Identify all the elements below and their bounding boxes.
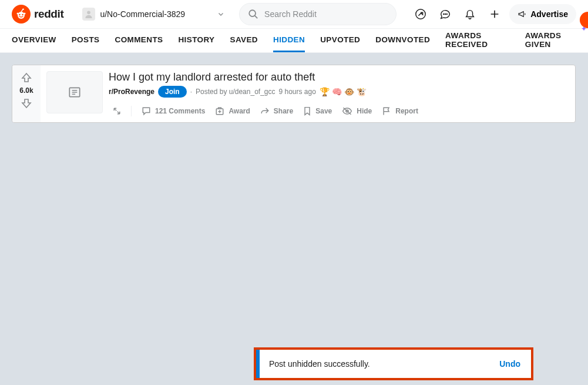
- notifications-icon[interactable]: [460, 4, 480, 24]
- post-card[interactable]: 6.0k How I got my landlord arrested for …: [12, 65, 576, 123]
- top-header: reddit u/No-Commercial-3829: [0, 0, 588, 29]
- svg-point-10: [445, 14, 446, 14]
- svg-point-1: [19, 14, 20, 15]
- tab-awards-given[interactable]: AWARDS GIVEN: [525, 29, 576, 52]
- chevron-down-icon: [217, 10, 225, 18]
- svg-point-5: [22, 9, 24, 11]
- tab-saved[interactable]: SAVED: [230, 29, 258, 52]
- post-time: 9 hours ago: [278, 88, 315, 96]
- award-button[interactable]: Award: [211, 103, 253, 119]
- tab-awards-received[interactable]: AWARDS RECEIVED: [445, 29, 510, 52]
- hide-button[interactable]: Hide: [338, 103, 375, 119]
- brand-text: reddit: [34, 8, 63, 21]
- author-link[interactable]: u/dean_of_gcc: [229, 88, 275, 96]
- reddit-logo[interactable]: reddit: [12, 5, 63, 24]
- post-title[interactable]: How I got my landlord arrested for auto …: [109, 71, 569, 83]
- svg-point-11: [446, 14, 447, 14]
- search-bar[interactable]: [239, 3, 397, 25]
- tab-upvoted[interactable]: UPVOTED: [320, 29, 360, 52]
- share-button[interactable]: Share: [256, 103, 297, 119]
- search-input[interactable]: [264, 9, 388, 19]
- posted-by: Posted by u/dean_of_gcc: [196, 88, 275, 96]
- username-text: u/No-Commercial-3829: [100, 9, 185, 19]
- tab-history[interactable]: HISTORY: [178, 29, 214, 52]
- tab-overview[interactable]: OVERVIEW: [12, 29, 56, 52]
- sparkle-icon: ✦: [581, 25, 587, 33]
- expand-icon[interactable]: [109, 104, 125, 118]
- post-body: How I got my landlord arrested for auto …: [109, 65, 575, 122]
- avatar-icon: [82, 8, 95, 21]
- post-score: 6.0k: [19, 86, 33, 95]
- popular-icon[interactable]: [411, 4, 431, 24]
- chat-icon[interactable]: [435, 4, 455, 24]
- comments-button[interactable]: 121 Comments: [137, 103, 209, 119]
- feed: 6.0k How I got my landlord arrested for …: [0, 53, 588, 135]
- svg-point-6: [88, 11, 91, 14]
- post-actions: 121 Comments Award Share Save Hide: [109, 103, 569, 119]
- user-dropdown[interactable]: u/No-Commercial-3829: [82, 8, 225, 21]
- svg-point-7: [249, 10, 256, 16]
- post-meta: r/ProRevenge Join · Posted by u/dean_of_…: [109, 86, 569, 98]
- megaphone-icon: [518, 9, 527, 19]
- award-emojis[interactable]: 🏆 🧠 🐵 🐮: [320, 87, 367, 96]
- subreddit-link[interactable]: r/ProRevenge: [109, 88, 154, 96]
- reddit-snoo-icon: [12, 5, 31, 24]
- tab-comments[interactable]: COMMENTS: [115, 29, 163, 52]
- post-thumbnail[interactable]: [46, 71, 103, 113]
- report-button[interactable]: Report: [378, 103, 422, 119]
- toast-notification: Post unhidden successfully. Undo: [254, 347, 533, 380]
- downvote-icon[interactable]: [20, 97, 33, 110]
- search-icon: [248, 9, 258, 19]
- save-button[interactable]: Save: [299, 103, 335, 119]
- join-button[interactable]: Join: [158, 86, 187, 98]
- svg-point-0: [18, 12, 25, 19]
- svg-point-2: [22, 14, 23, 15]
- svg-point-9: [443, 14, 444, 14]
- svg-point-4: [24, 13, 26, 15]
- tab-posts[interactable]: POSTS: [72, 29, 100, 52]
- upvote-icon[interactable]: [20, 71, 33, 84]
- profile-tabs: OVERVIEW POSTS COMMENTS HISTORY SAVED HI…: [0, 29, 588, 53]
- advertise-label: Advertise: [530, 9, 568, 19]
- tab-hidden[interactable]: HIDDEN: [273, 29, 305, 52]
- create-post-icon[interactable]: [485, 4, 505, 24]
- toast-message: Post unhidden successfully.: [260, 359, 489, 369]
- undo-button[interactable]: Undo: [489, 359, 531, 369]
- vote-column: 6.0k: [12, 65, 41, 122]
- tab-downvoted[interactable]: DOWNVOTED: [375, 29, 430, 52]
- svg-point-3: [17, 13, 19, 15]
- advertise-button[interactable]: Advertise: [509, 4, 576, 24]
- header-actions: Advertise: [411, 4, 576, 24]
